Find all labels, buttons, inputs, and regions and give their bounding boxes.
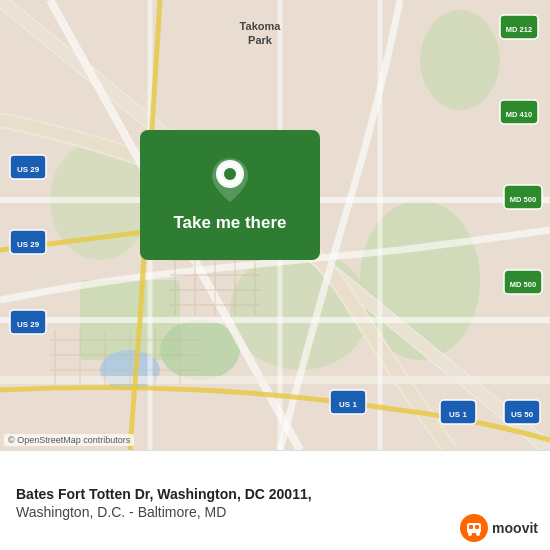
info-bar: Bates Fort Totten Dr, Washington, DC 200… (0, 450, 550, 550)
svg-text:US 50: US 50 (511, 410, 534, 419)
take-me-there-label: Take me there (173, 213, 286, 233)
moovit-icon (460, 514, 488, 542)
svg-text:MD 500: MD 500 (510, 280, 536, 289)
svg-point-6 (160, 320, 240, 380)
svg-point-59 (224, 168, 236, 180)
svg-rect-65 (475, 525, 479, 529)
svg-point-62 (468, 532, 472, 536)
moovit-text: moovit (492, 520, 538, 536)
svg-text:US 29: US 29 (17, 320, 40, 329)
svg-text:US 29: US 29 (17, 165, 40, 174)
location-pin-icon (212, 158, 248, 205)
svg-text:Park: Park (248, 34, 273, 46)
address-line1: Bates Fort Totten Dr, Washington, DC 200… (16, 486, 534, 502)
svg-text:Takoma: Takoma (240, 20, 282, 32)
osm-attribution: © OpenStreetMap contributors (4, 434, 134, 446)
map-container: US 29 US 29 US 29 US 1 US 1 MD 212 MD 41… (0, 0, 550, 450)
svg-text:US 1: US 1 (339, 400, 357, 409)
svg-text:MD 410: MD 410 (506, 110, 532, 119)
svg-text:US 1: US 1 (449, 410, 467, 419)
svg-text:US 29: US 29 (17, 240, 40, 249)
svg-rect-64 (469, 525, 473, 529)
moovit-logo: moovit (460, 514, 538, 542)
address-line2: Washington, D.C. - Baltimore, MD (16, 504, 534, 520)
take-me-there-button[interactable]: Take me there (140, 130, 320, 260)
svg-text:MD 212: MD 212 (506, 25, 532, 34)
svg-point-4 (420, 10, 500, 110)
svg-point-63 (476, 532, 480, 536)
svg-text:MD 500: MD 500 (510, 195, 536, 204)
